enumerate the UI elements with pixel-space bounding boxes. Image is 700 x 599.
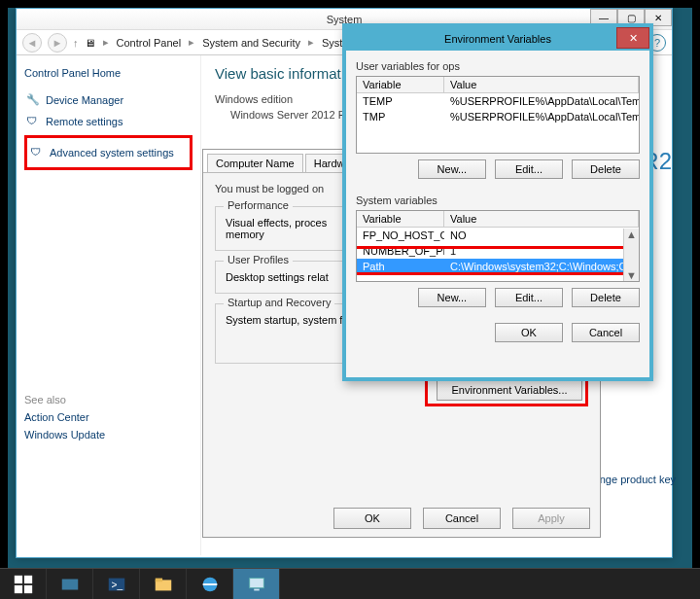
svg-rect-10: [249, 578, 263, 587]
svg-rect-4: [61, 579, 78, 589]
sys-vars-scrollbar[interactable]: ▲▼: [623, 229, 639, 281]
sidebar-label-device: Device Manager: [46, 94, 123, 106]
desktop: System — ▢ ✕ ◄ ► ↑ 🖥 ▸ Control Panel ▸ S…: [8, 8, 692, 591]
svg-rect-2: [14, 584, 21, 592]
see-also-action-center[interactable]: Action Center: [24, 411, 192, 423]
breadcrumb-2[interactable]: System and Security: [202, 37, 300, 49]
svg-rect-0: [14, 575, 21, 582]
breadcrumb-1[interactable]: Control Panel: [117, 37, 182, 49]
envvars-titlebar[interactable]: Environment Variables ✕: [346, 27, 649, 51]
sys-var-row: FP_NO_HOST_CH... NO: [357, 228, 639, 243]
user-var-row: TEMP %USERPROFILE%\AppData\Local\Temp: [357, 93, 639, 109]
sys-delete-button[interactable]: Delete: [572, 288, 640, 307]
user-new-button[interactable]: New...: [418, 159, 486, 179]
shield-icon: 🛡: [26, 115, 40, 128]
user-var-row: TMP %USERPROFILE%\AppData\Local\Temp: [357, 109, 639, 124]
start-button[interactable]: [0, 569, 47, 599]
sys-var-row: NUMBER_OF_PRO... 1: [357, 243, 639, 259]
sidebar-label-advanced: Advanced system settings: [50, 147, 174, 159]
user-edit-button[interactable]: Edit...: [495, 159, 563, 179]
user-vars-list[interactable]: Variable Value TEMP %USERPROFILE%\AppDat…: [356, 76, 640, 154]
col-variable[interactable]: Variable: [357, 77, 444, 92]
sys-edit-button[interactable]: Edit...: [495, 288, 563, 307]
environment-variables-dialog: Environment Variables ✕ User variables f…: [342, 23, 653, 381]
sysprops-cancel-button[interactable]: Cancel: [423, 508, 501, 529]
envvars-close-button[interactable]: ✕: [616, 27, 649, 49]
up-button[interactable]: ↑: [73, 37, 79, 49]
user-delete-button[interactable]: Delete: [572, 159, 640, 179]
sidebar: Control Panel Home 🔧 Device Manager 🛡 Re…: [17, 55, 201, 555]
sidebar-item-remote-settings[interactable]: 🛡 Remote settings: [24, 114, 192, 129]
sidebar-item-advanced-settings[interactable]: 🛡 Advanced system settings: [28, 145, 189, 160]
see-also-windows-update[interactable]: Windows Update: [24, 429, 192, 440]
col-value-sys[interactable]: Value: [444, 211, 639, 227]
svg-rect-3: [23, 584, 31, 592]
taskbar: >_: [0, 568, 700, 599]
environment-variables-button[interactable]: Environment Variables...: [437, 379, 582, 401]
shield-icon: 🛡: [30, 146, 44, 159]
taskbar-server-manager[interactable]: [47, 569, 93, 599]
legend-userprofiles: User Profiles: [224, 254, 293, 265]
sys-vars-label: System variables: [356, 194, 640, 206]
svg-rect-1: [23, 575, 31, 582]
sidebar-item-device-manager[interactable]: 🔧 Device Manager: [24, 92, 192, 108]
col-variable-sys[interactable]: Variable: [357, 211, 444, 227]
computer-icon: 🖥: [85, 37, 95, 49]
tab-computer-name[interactable]: Computer Name: [207, 154, 303, 172]
taskbar-explorer[interactable]: [140, 569, 187, 599]
see-also-heading: See also: [24, 394, 192, 405]
taskbar-system[interactable]: [233, 569, 280, 599]
envvars-cancel-button[interactable]: Cancel: [572, 323, 640, 342]
forward-button[interactable]: ►: [48, 33, 67, 53]
envvars-ok-button[interactable]: OK: [495, 323, 563, 342]
control-panel-home-link[interactable]: Control Panel Home: [24, 67, 192, 79]
user-vars-label: User variables for ops: [356, 60, 640, 72]
envvars-title: Environment Variables: [444, 33, 551, 45]
sysprops-apply-button[interactable]: Apply: [512, 508, 590, 529]
svg-rect-11: [254, 588, 260, 590]
sidebar-label-remote: Remote settings: [46, 116, 122, 127]
legend-performance: Performance: [224, 199, 293, 211]
back-button[interactable]: ◄: [22, 33, 42, 53]
sys-var-row-path: Path C:\Windows\system32;C:\Windows;C:\W…: [357, 259, 639, 274]
taskbar-ie[interactable]: [187, 569, 233, 599]
svg-text:>_: >_: [111, 579, 122, 589]
svg-rect-8: [155, 578, 161, 581]
sys-vars-list[interactable]: Variable Value FP_NO_HOST_CH... NO NUMBE…: [356, 210, 640, 282]
legend-startup: Startup and Recovery: [224, 297, 334, 308]
device-icon: 🔧: [26, 93, 40, 107]
col-value[interactable]: Value: [444, 77, 639, 92]
sysprops-ok-button[interactable]: OK: [333, 508, 411, 529]
sys-new-button[interactable]: New...: [418, 288, 486, 307]
taskbar-powershell[interactable]: >_: [93, 569, 140, 599]
